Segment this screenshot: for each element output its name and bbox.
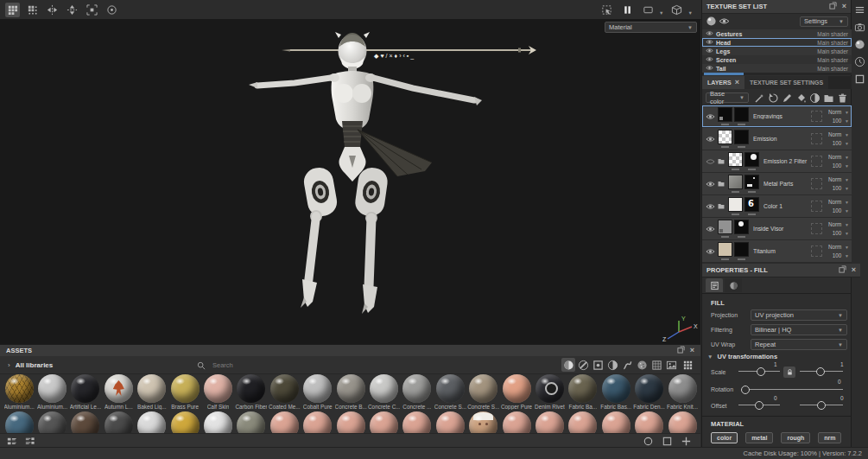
asset-item[interactable]: [235, 411, 268, 433]
square-panel-icon[interactable]: [852, 72, 867, 86]
asset-item[interactable]: Calf Skin: [201, 374, 234, 410]
asset-item[interactable]: [367, 411, 400, 433]
asset-item[interactable]: Autumn L...: [102, 374, 135, 410]
library-selector[interactable]: All libraries: [16, 361, 54, 369]
asset-item[interactable]: Concrete S...: [466, 374, 499, 410]
asset-item[interactable]: [301, 411, 334, 433]
close-icon[interactable]: ×: [852, 266, 856, 274]
layer-mask-placeholder[interactable]: [811, 133, 822, 144]
trash-icon[interactable]: [836, 92, 848, 104]
asset-item[interactable]: [334, 411, 367, 433]
asset-item[interactable]: Artificial Le...: [69, 374, 102, 410]
square-o-icon[interactable]: [660, 434, 675, 449]
sphere-half-icon[interactable]: [808, 92, 820, 104]
shape-rect-icon[interactable]: [641, 3, 656, 17]
layer-thumbnail-black-glyph[interactable]: 6: [744, 197, 759, 212]
texture-set-row[interactable]: LegsMain shader: [702, 47, 852, 55]
layer-row[interactable]: Emission 2 FilterNorm ▼100 ▼: [702, 150, 852, 172]
channel-button-rough[interactable]: rough: [781, 432, 810, 443]
opacity-dropdown[interactable]: 100 ▼: [833, 163, 849, 169]
eye-icon[interactable]: [706, 56, 713, 63]
tab-material-properties[interactable]: [725, 278, 742, 292]
eye-icon[interactable]: [719, 16, 730, 27]
folder-icon[interactable]: [716, 180, 726, 188]
channel-button-nrm[interactable]: nrm: [818, 432, 841, 443]
asset-item[interactable]: Concrete S...: [434, 374, 466, 410]
texture-set-row[interactable]: ScreenMain shader: [702, 55, 852, 64]
offset-x-slider[interactable]: [738, 401, 780, 409]
frame-center-icon[interactable]: [85, 3, 99, 17]
asset-item[interactable]: [666, 411, 699, 433]
layer-thumbnail-tan[interactable]: [718, 242, 732, 257]
asset-item[interactable]: Concrete C...: [367, 374, 400, 410]
ball-half-icon[interactable]: [605, 358, 619, 372]
asset-item[interactable]: Concrete B...: [334, 374, 367, 410]
ball-slash-icon[interactable]: [576, 358, 590, 372]
asset-item[interactable]: Copper Pure: [500, 374, 533, 410]
asset-item[interactable]: [632, 411, 665, 433]
eye-icon[interactable]: [706, 39, 713, 46]
list-detail-icon[interactable]: [22, 434, 37, 449]
layer-mask-placeholder[interactable]: [811, 201, 822, 212]
circle-o-icon[interactable]: [641, 434, 656, 449]
rotation-slider[interactable]: [742, 386, 843, 393]
close-icon[interactable]: ×: [690, 347, 694, 354]
cube-icon[interactable]: [669, 3, 684, 17]
blend-mode-dropdown[interactable]: Norm ▼: [828, 109, 849, 115]
asset-item[interactable]: [599, 411, 632, 433]
folder-icon[interactable]: [716, 157, 726, 165]
plus-icon[interactable]: [679, 434, 694, 449]
scale-lock-button[interactable]: [783, 367, 795, 378]
tab-layers[interactable]: LAYERS ×: [702, 76, 744, 89]
eye-closed-icon[interactable]: [705, 158, 716, 165]
pencil-icon[interactable]: [781, 92, 793, 104]
asset-item[interactable]: Fabric Den...: [632, 374, 665, 410]
tab-texture-set-settings[interactable]: TEXTURE SET SETTINGS: [744, 76, 828, 89]
layer-thumbnail-black[interactable]: [734, 242, 749, 257]
layer-thumbnail-black[interactable]: [734, 130, 749, 144]
eye-icon[interactable]: [706, 65, 713, 72]
bucket-icon[interactable]: [795, 92, 807, 104]
layer-row[interactable]: EngravingsNorm ▼100 ▼: [702, 105, 852, 127]
channel-filter-dropdown[interactable]: Base color ▼: [706, 92, 749, 103]
blend-mode-dropdown[interactable]: Norm ▼: [828, 154, 849, 160]
viewport-shader-dropdown[interactable]: Material ▼: [605, 22, 697, 33]
marquee-icon[interactable]: [599, 3, 614, 17]
texture-set-scrollbar[interactable]: [702, 73, 852, 75]
blend-mode-dropdown[interactable]: Norm ▼: [828, 244, 849, 250]
opacity-dropdown[interactable]: 100 ▼: [833, 140, 849, 146]
square-dot-icon[interactable]: [591, 358, 605, 372]
asset-item[interactable]: [268, 411, 301, 433]
asset-item[interactable]: Aluminium...: [3, 374, 35, 410]
layer-thumbnail-gray-texture[interactable]: [728, 175, 743, 189]
eye-icon[interactable]: [705, 113, 716, 120]
asset-item[interactable]: Denim Rivet: [533, 374, 566, 410]
layer-mask-placeholder[interactable]: [811, 156, 822, 167]
texture-set-row[interactable]: HeadMain shader: [702, 38, 852, 47]
pause-icon[interactable]: [620, 3, 635, 17]
eye-icon[interactable]: [705, 226, 716, 233]
pattern-icon[interactable]: [649, 358, 663, 372]
blend-mode-dropdown[interactable]: Norm ▼: [828, 131, 849, 137]
asset-item[interactable]: [533, 411, 566, 433]
asset-item[interactable]: [3, 411, 35, 433]
uv-wrap-dropdown[interactable]: Repeat▼: [751, 339, 847, 350]
layer-row[interactable]: EmissionNorm ▼100 ▼: [702, 128, 852, 150]
close-tab-icon[interactable]: ×: [735, 79, 739, 86]
asset-item[interactable]: [401, 411, 434, 433]
eye-icon[interactable]: [705, 181, 716, 188]
camera-icon[interactable]: [852, 20, 867, 35]
asset-item[interactable]: Concrete ...: [401, 374, 434, 410]
clock-icon[interactable]: [852, 54, 867, 69]
asset-item[interactable]: Fabric Knit...: [666, 374, 699, 410]
stroke-icon[interactable]: [620, 358, 634, 372]
popout-icon[interactable]: [829, 2, 837, 11]
asset-item[interactable]: [69, 411, 102, 433]
folder-icon[interactable]: [822, 92, 834, 104]
asset-item[interactable]: Coated Me...: [268, 374, 301, 410]
filtering-dropdown[interactable]: Bilinear | HQ▼: [751, 324, 847, 335]
asset-item[interactable]: [168, 411, 201, 433]
opacity-dropdown[interactable]: 100 ▼: [833, 207, 849, 214]
layer-mask-placeholder[interactable]: [811, 223, 822, 234]
grid-icon[interactable]: [5, 3, 20, 17]
